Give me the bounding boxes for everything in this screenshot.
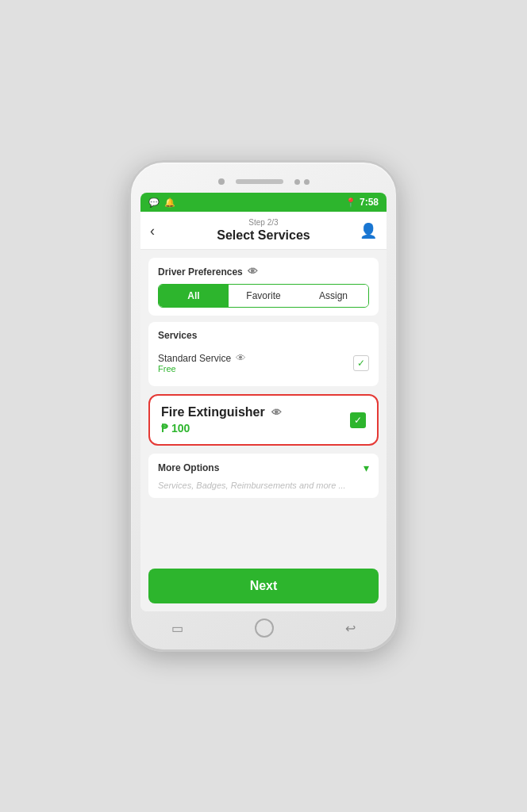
phone-bottom-bar: ▭ ↩ (136, 615, 391, 642)
support-icon[interactable]: 👤 (360, 222, 377, 239)
driver-preferences-card: Driver Preferences 👁 All Favorite Assign (148, 258, 379, 316)
more-options-label: More Options (158, 462, 219, 473)
camera-dot-2 (304, 179, 310, 185)
more-options-placeholder: Services, Badges, Reimbursements and mor… (158, 481, 369, 490)
standard-service-item: Standard Service 👁 Free ✓ (158, 347, 369, 378)
standard-service-name: Standard Service 👁 (158, 352, 246, 364)
whatsapp-icon: 💬 (148, 197, 160, 208)
services-card: Services Standard Service 👁 Free ✓ (148, 322, 379, 386)
phone-top-bar (136, 170, 391, 193)
more-options-card: More Options ▾ Services, Badges, Reimbur… (148, 454, 379, 498)
phone-screen: 💬 🔔 📍 7:58 ‹ Step 2/3 Select Services 👤 … (140, 193, 387, 611)
back-nav-button[interactable]: ↩ (345, 621, 356, 636)
camera-dot (218, 178, 225, 185)
fire-extinguisher-price: ₱ 100 (161, 422, 282, 435)
toggle-all-button[interactable]: All (159, 285, 229, 307)
standard-service-checkbox[interactable]: ✓ (353, 355, 369, 371)
step-label: Step 2/3 (248, 218, 278, 227)
fire-extinguisher-eye-icon[interactable]: 👁 (271, 407, 282, 419)
services-title: Services (158, 330, 369, 341)
back-button[interactable]: ‹ (150, 222, 155, 239)
status-time: 7:58 (360, 197, 379, 208)
phone-device: 💬 🔔 📍 7:58 ‹ Step 2/3 Select Services 👤 … (129, 160, 398, 652)
home-button[interactable] (255, 619, 274, 638)
screen-content: Driver Preferences 👁 All Favorite Assign… (140, 250, 387, 562)
toggle-assign-button[interactable]: Assign (298, 285, 368, 307)
next-button[interactable]: Next (148, 569, 379, 603)
status-bar-left: 💬 🔔 (148, 197, 175, 208)
standard-service-eye-icon[interactable]: 👁 (236, 352, 246, 364)
driver-preferences-title: Driver Preferences 👁 (158, 266, 369, 278)
sensor-dot (294, 179, 300, 185)
fire-extinguisher-checkbox[interactable]: ✓ (350, 412, 366, 428)
fire-extinguisher-name: Fire Extinguisher 👁 (161, 405, 282, 419)
page-title: Select Services (217, 228, 310, 243)
driver-pref-eye-icon[interactable]: 👁 (248, 266, 258, 278)
fire-extinguisher-main: Fire Extinguisher 👁 ₱ 100 (161, 405, 282, 435)
toggle-favorite-button[interactable]: Favorite (229, 285, 298, 307)
fire-extinguisher-card: Fire Extinguisher 👁 ₱ 100 ✓ (148, 394, 379, 446)
notification-icon: 🔔 (164, 197, 175, 208)
more-options-header: More Options ▾ (158, 462, 369, 474)
standard-service-price: Free (158, 364, 246, 373)
location-icon: 📍 (345, 197, 356, 208)
next-button-wrapper: Next (140, 562, 387, 611)
more-options-chevron[interactable]: ▾ (364, 462, 369, 474)
status-bar-right: 📍 7:58 (345, 197, 379, 208)
app-header: ‹ Step 2/3 Select Services 👤 (140, 212, 387, 250)
recent-apps-button[interactable]: ▭ (171, 621, 183, 636)
status-bar: 💬 🔔 📍 7:58 (140, 193, 387, 212)
speaker-bar (236, 179, 283, 184)
driver-preference-toggle: All Favorite Assign (158, 284, 369, 308)
